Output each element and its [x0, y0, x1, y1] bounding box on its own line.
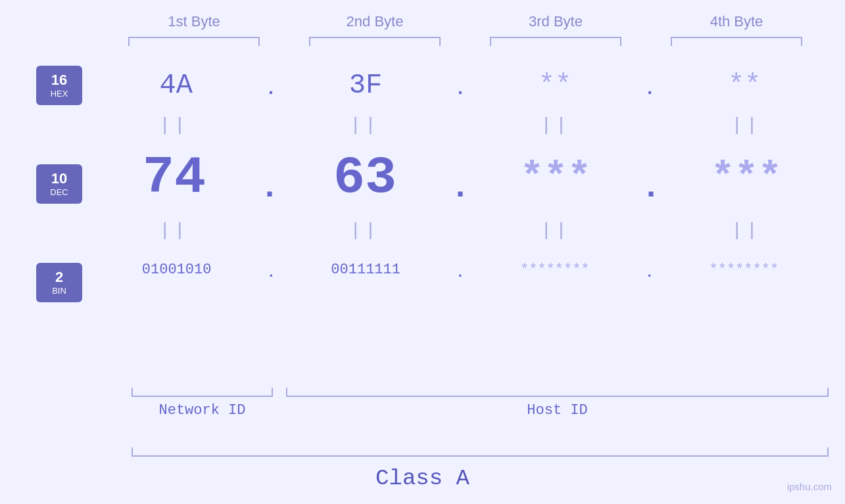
- byte1-header: 1st Byte: [122, 13, 266, 30]
- bin-b3: ********: [489, 262, 621, 278]
- eq1-b3: ||: [490, 115, 621, 135]
- top-bracket-row: [104, 37, 827, 46]
- label-gap: [273, 402, 286, 419]
- eq2-b2: ||: [299, 220, 431, 241]
- bin-b4: ********: [678, 262, 809, 278]
- eq2-b4: ||: [681, 220, 812, 241]
- dec-row: 74 . 63 . *** . ***: [99, 138, 822, 217]
- bin-badge-number: 2: [55, 269, 63, 286]
- bracket-b1: [128, 37, 260, 46]
- eq1-b1: ||: [109, 115, 240, 135]
- dec-badge-label: DEC: [50, 187, 68, 198]
- dot-hex-1: .: [265, 79, 276, 99]
- main-container: 1st Byte 2nd Byte 3rd Byte 4th Byte 16 H…: [0, 0, 845, 504]
- dot-hex-3: .: [644, 79, 656, 99]
- bin-badge: 2 BIN: [36, 263, 82, 302]
- equals-row-2: || || || ||: [99, 217, 822, 243]
- content-area: 16 HEX 10 DEC 2 BIN 4A . 3F . ** . **: [0, 59, 845, 302]
- bin-b1: 01001010: [111, 262, 243, 278]
- bin-badge-label: BIN: [52, 286, 66, 296]
- bracket-b2: [309, 37, 441, 46]
- dot-dec-3: .: [641, 169, 661, 206]
- eq2-b1: ||: [109, 220, 240, 241]
- full-bracket-area: [132, 447, 829, 457]
- watermark: ipshu.com: [787, 481, 832, 492]
- dot-dec-2: .: [450, 169, 470, 206]
- hex-badge-label: HEX: [51, 89, 68, 99]
- hex-b4: **: [679, 70, 810, 101]
- eq2-b3: ||: [490, 220, 621, 241]
- hex-badge: 16 HEX: [36, 66, 82, 105]
- dec-b1: 74: [109, 148, 240, 208]
- hex-b1: 4A: [110, 70, 242, 101]
- byte3-header: 3rd Byte: [483, 13, 628, 30]
- dot-bin-3: .: [645, 265, 654, 281]
- bottom-bracket-line: [132, 388, 829, 397]
- network-id-label: Network ID: [132, 402, 273, 419]
- dot-bin-1: .: [267, 265, 276, 281]
- bin-b2: 00111111: [300, 262, 431, 278]
- byte4-header: 4th Byte: [664, 13, 809, 30]
- class-bracket: [132, 447, 829, 457]
- dec-badge-number: 10: [51, 170, 67, 187]
- hex-badge-number: 16: [51, 72, 67, 89]
- bracket-b4: [671, 37, 802, 46]
- hex-b2: 3F: [300, 70, 431, 101]
- dot-hex-2: .: [455, 79, 466, 99]
- dec-badge: 10 DEC: [36, 164, 82, 204]
- dec-b2: 63: [299, 148, 431, 208]
- eq1-b2: ||: [299, 115, 431, 135]
- dot-dec-1: .: [260, 169, 279, 206]
- dec-b4: ***: [681, 155, 812, 200]
- byte-headers: 1st Byte 2nd Byte 3rd Byte 4th Byte: [104, 13, 827, 30]
- byte2-header: 2nd Byte: [302, 13, 447, 30]
- dec-b3: ***: [490, 155, 621, 200]
- dot-bin-2: .: [456, 265, 464, 281]
- class-label: Class A: [0, 466, 845, 491]
- bin-row: 01001010 . 00111111 . ******** . *******…: [99, 243, 822, 296]
- hex-row: 4A . 3F . ** . **: [99, 59, 822, 112]
- label-column: 16 HEX 10 DEC 2 BIN: [0, 59, 92, 302]
- host-id-label: Host ID: [286, 402, 829, 419]
- hex-b3: **: [489, 70, 621, 101]
- bytes-grid: 4A . 3F . ** . ** || || || || 74: [92, 59, 845, 302]
- bracket-b3: [490, 37, 621, 46]
- host-bracket: [286, 388, 829, 397]
- equals-row-1: || || || ||: [99, 112, 822, 138]
- bottom-brackets-area: Network ID Host ID: [132, 388, 829, 419]
- bracket-gap: [273, 388, 286, 397]
- network-bracket: [132, 388, 273, 397]
- eq1-b4: ||: [681, 115, 812, 135]
- bottom-label-row: Network ID Host ID: [132, 402, 829, 419]
